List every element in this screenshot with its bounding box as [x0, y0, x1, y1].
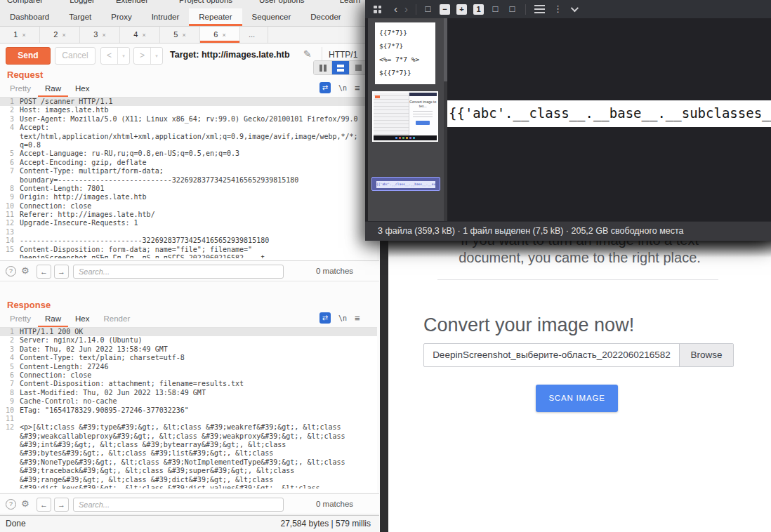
search-next-button[interactable]: →: [54, 265, 69, 279]
history-back-button[interactable]: <▾: [100, 47, 130, 65]
viewer-toolbar: ‹ › □ − + 1 □ □ ⋮: [365, 0, 771, 18]
fit-window-icon[interactable]: □: [423, 4, 433, 15]
repeater-tab[interactable]: 1×: [0, 27, 40, 43]
view-tab[interactable]: Pretty: [3, 81, 38, 97]
newline-toggle-icon[interactable]: \n: [338, 84, 347, 92]
view-tab[interactable]: Hex: [68, 312, 96, 327]
layout-columns-button[interactable]: [314, 61, 331, 74]
search-input[interactable]: [73, 265, 284, 279]
view-tab[interactable]: Pretty: [3, 312, 38, 327]
response-editor[interactable]: 1HTTP/1.1 200 OK2Server: nginx/1.14.0 (U…: [0, 327, 377, 493]
burp-module-tab[interactable]: Learn: [340, 0, 360, 4]
close-icon[interactable]: ×: [102, 32, 105, 39]
burp-module-tab[interactable]: Decoder: [301, 8, 350, 26]
request-editor[interactable]: 1POST /scanner HTTP/1.12Host: images.lat…: [0, 97, 377, 260]
repeater-tab[interactable]: 6×: [200, 27, 240, 43]
editor-menu-icon[interactable]: ≡: [355, 313, 360, 324]
layout-rows-button[interactable]: [331, 61, 349, 74]
close-icon[interactable]: ×: [182, 32, 185, 39]
list-view-icon[interactable]: [534, 5, 545, 13]
fit-width-icon[interactable]: □: [490, 4, 501, 15]
code-line: 5Content-Length: 27246: [0, 363, 377, 371]
browse-button[interactable]: Browse: [679, 344, 733, 366]
status-done: Done: [6, 519, 26, 528]
forward-icon[interactable]: ›: [404, 1, 408, 18]
fit-height-icon[interactable]: □: [507, 4, 518, 15]
payload-line: <%= 7*7 %>: [379, 53, 431, 66]
burp-module-tab[interactable]: Project options: [179, 0, 232, 4]
viewer-canvas[interactable]: {{'abc'.__class__.__base__.__subclasses_…: [447, 18, 771, 221]
help-icon[interactable]: ?: [6, 266, 16, 277]
search-prev-button[interactable]: ←: [37, 265, 51, 279]
repeater-tab[interactable]: 3×: [80, 27, 120, 43]
thumbnail-ssti-payloads[interactable]: {{7*7}}${7*7}<%= 7*7 %>${{7*7}}: [375, 22, 435, 84]
code-line: 11Referer: http://images.late.htb/: [0, 211, 377, 219]
cancel-button[interactable]: Cancel: [55, 47, 95, 65]
newline-toggle-icon[interactable]: \n: [338, 314, 347, 322]
burp-module-tab[interactable]: User options: [259, 0, 305, 4]
burp-module-tab[interactable]: Comparer: [7, 0, 43, 4]
thumbnail-screenshot[interactable]: Convert image to tex...: [372, 91, 438, 142]
scan-image-button[interactable]: SCAN IMAGE: [536, 385, 618, 412]
close-icon[interactable]: ×: [142, 32, 145, 39]
request-editor-icons: ⇄ \n ≡: [319, 82, 360, 93]
repeater-tab[interactable]: 5×: [160, 27, 200, 43]
edit-pencil-icon[interactable]: ✎: [303, 48, 312, 60]
thumbnail-selected-payload-image[interactable]: {{'abc'.__class__.__base__.__subclasses_…: [371, 177, 440, 191]
repeater-tab[interactable]: ...: [240, 27, 268, 43]
code-line: 8Last-Modified: Thu, 02 Jun 2022 13:58:4…: [0, 389, 377, 397]
burp-module-tab[interactable]: Repeater: [189, 8, 242, 26]
close-icon[interactable]: ×: [22, 32, 25, 39]
folder-view-grid-icon[interactable]: [374, 6, 381, 13]
burp-module-tab[interactable]: Logger: [70, 0, 95, 4]
file-upload-input[interactable]: DeepinScreenshot_выберите-область_202206…: [423, 343, 734, 367]
repeater-tab[interactable]: 2×: [40, 27, 80, 43]
search-next-button[interactable]: →: [54, 498, 69, 512]
view-tab[interactable]: Raw: [38, 81, 68, 97]
search-prev-button[interactable]: ←: [37, 498, 51, 512]
caret-down-icon[interactable]: ▾: [118, 48, 129, 64]
caret-down-icon[interactable]: ▾: [151, 48, 162, 64]
http-version-label[interactable]: HTTP/1: [329, 50, 357, 60]
burp-module-tab[interactable]: Sequencer: [242, 8, 301, 26]
send-button[interactable]: Send: [6, 47, 51, 65]
kebab-menu-icon[interactable]: ⋮: [553, 1, 562, 18]
close-icon[interactable]: ×: [62, 32, 65, 39]
rows-icon: [337, 65, 344, 72]
zoom-100-icon[interactable]: 1: [473, 4, 484, 15]
gear-icon[interactable]: ⚙: [21, 498, 29, 509]
divider: [437, 279, 718, 280]
divider: [525, 4, 526, 15]
viewer-status-bar: 3 файла (359,3 kB) · 1 файл выделен (7,5…: [365, 221, 771, 241]
search-input[interactable]: [73, 498, 284, 512]
forward-arrow-icon[interactable]: >: [134, 48, 151, 64]
view-tab[interactable]: Raw: [38, 312, 68, 327]
close-icon[interactable]: ×: [222, 32, 225, 39]
sync-icon[interactable]: ⇄: [319, 82, 331, 93]
burp-module-tab[interactable]: Target: [59, 8, 101, 26]
view-tab[interactable]: Hex: [68, 81, 96, 97]
chevron-down-icon[interactable]: [571, 4, 579, 12]
burp-module-tab[interactable]: Intruder: [142, 8, 190, 26]
mini-taskbar: [374, 135, 437, 140]
history-forward-button[interactable]: >▾: [133, 47, 163, 65]
back-arrow-icon[interactable]: <: [101, 48, 118, 64]
view-tab[interactable]: Render: [97, 312, 138, 327]
burp-module-tab[interactable]: Proxy: [101, 8, 141, 26]
sync-icon[interactable]: ⇄: [319, 312, 331, 324]
layout-single-button[interactable]: [349, 61, 367, 74]
code-line: 14-----------------------------322692837…: [0, 237, 377, 245]
burp-module-tab[interactable]: Dashboard: [0, 8, 59, 26]
burp-window: ComparerLoggerExtenderProject optionsUse…: [0, 0, 383, 532]
editor-menu-icon[interactable]: ≡: [355, 83, 360, 93]
help-icon[interactable]: ?: [6, 499, 16, 510]
zoom-out-icon[interactable]: −: [440, 4, 450, 15]
request-search-bar: ? ⚙ ← → 0 matches: [0, 260, 379, 281]
burp-module-tab[interactable]: Extender: [116, 0, 148, 4]
zoom-in-icon[interactable]: +: [456, 4, 467, 15]
back-icon[interactable]: ‹: [394, 1, 397, 18]
repeater-tab[interactable]: 4×: [120, 27, 160, 43]
code-line: 5Accept-Language: ru-RU,ru;q=0.8,en-US;q…: [0, 149, 377, 158]
code-line: &#39;bytes&#39;&gt;, &lt;class &#39;list…: [0, 449, 377, 458]
gear-icon[interactable]: ⚙: [21, 265, 29, 276]
